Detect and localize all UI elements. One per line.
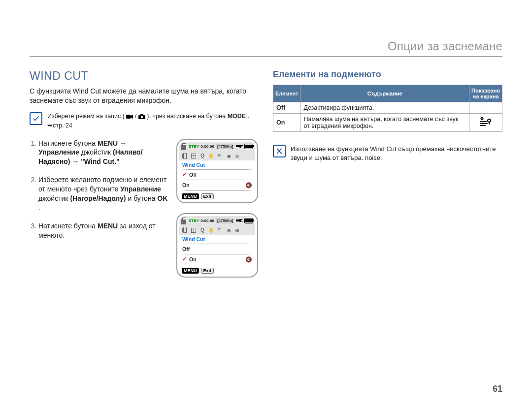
step-3: Натиснете бутона MENU за изход от менюто… — [38, 221, 168, 240]
svg-rect-5 — [185, 144, 186, 145]
anti-shake-icon — [208, 153, 214, 159]
step1-arrow2: → — [72, 157, 81, 165]
mode-note-mode-bold: MODE — [228, 113, 246, 120]
cell-off-disp: - — [469, 102, 502, 114]
grid-icon — [191, 227, 197, 233]
svg-rect-12 — [185, 218, 186, 219]
lcd-screenshot-off: STBY 0:00:00 [475Min] — [176, 139, 258, 203]
menu-button-label: MENU — [182, 193, 199, 199]
screens-col: STBY 0:00:00 [475Min] — [176, 139, 259, 287]
wind-icon — [235, 227, 241, 233]
menu-button-label: MENU — [182, 268, 199, 274]
table-row: On Намалява шума на вятъра, когато засне… — [273, 114, 502, 132]
info-note: Използване на функцията Wind Cut също пр… — [273, 145, 502, 162]
steps-list: Натиснете бутона MENU → Управление джойс… — [30, 139, 168, 240]
timecode: 0:00:00 — [200, 219, 214, 223]
svg-rect-15 — [239, 219, 241, 222]
th-element: Елемент — [273, 85, 300, 102]
svg-rect-10 — [241, 147, 243, 147]
svg-rect-14 — [236, 219, 239, 221]
lcd-on-text: On — [182, 182, 190, 188]
exit-button-label: Exit — [201, 193, 214, 199]
svg-rect-0 — [126, 115, 131, 119]
exit-button-label: Exit — [201, 268, 214, 274]
camcorder-icon — [126, 113, 133, 122]
lcd-screenshot-on: STBY 0:00:00 [475Min] — [176, 213, 258, 278]
power-plug-icon — [236, 218, 243, 224]
svg-rect-9 — [241, 145, 243, 146]
page-number: 61 — [493, 384, 502, 394]
cell-off-desc: Дезактивира функцията. — [300, 102, 469, 114]
grid-icon — [191, 153, 197, 159]
info-note-text: Използване на функцията Wind Cut също пр… — [291, 145, 502, 162]
lcd-off-text: Off — [189, 172, 197, 178]
section-title-windcut: WIND CUT — [30, 69, 259, 83]
steps-and-screens: Натиснете бутона MENU → Управление джойс… — [30, 139, 259, 287]
svg-rect-8 — [239, 145, 241, 148]
mode-note-suffix: ), чрез натискане на бутона — [147, 113, 227, 120]
cell-on-desc: Намалява шума на вятъра, когато заснемат… — [300, 114, 469, 132]
sd-card-icon — [181, 218, 187, 224]
svg-rect-4 — [184, 144, 185, 145]
lcd-top-bar: STBY 0:00:00 [475Min] — [179, 142, 255, 152]
lcd-off-text: Off — [182, 246, 190, 252]
quality-icon — [200, 153, 205, 159]
stby-label: STBY — [189, 219, 199, 223]
lcd-footer: MENU Exit — [179, 191, 255, 199]
lcd-footer: MENU Exit — [179, 266, 255, 274]
right-column: Елементи на подменюто Елемент Съдържание… — [273, 69, 502, 287]
battery-icon — [244, 218, 253, 223]
th-ondisplay-line2: на екрана — [473, 94, 499, 99]
step3-menu: MENU — [98, 222, 118, 230]
svg-rect-13 — [183, 218, 184, 219]
remaining-time: [475Min] — [216, 218, 234, 223]
th-content: Съдържание — [300, 85, 469, 102]
slash: / — [135, 113, 138, 120]
remaining-time: [475Min] — [216, 144, 234, 149]
svg-point-18 — [488, 119, 491, 122]
chapter-title: Опции за заснемане — [30, 39, 502, 57]
wind-cut-glyph-icon — [479, 122, 492, 129]
intro-text: С функцията Wind Cut можете да намалите … — [30, 87, 259, 105]
stby-label: STBY — [189, 144, 199, 149]
lines-icon — [217, 227, 223, 233]
step1-pre: Натиснете бутона — [38, 139, 98, 147]
step1-arrow1: → — [120, 139, 127, 147]
power-plug-icon — [236, 144, 243, 150]
lcd-item-on: On — [179, 181, 255, 190]
lcd-menu-label: Wind Cut — [179, 160, 255, 169]
check-icon — [30, 112, 42, 125]
mode-note-prefix: Изберете режим на запис ( — [47, 113, 125, 120]
sd-card-icon — [181, 143, 187, 150]
lcd-menu-label: Wind Cut — [179, 235, 255, 243]
step1-menu: MENU — [98, 139, 118, 147]
mode-precondition-note: Изберете режим на запис ( / ), чрез нати… — [30, 112, 259, 130]
step-2: Изберете желаното подменю и елемент от м… — [38, 175, 168, 213]
wind-cut-icon — [245, 182, 252, 188]
step1-ctrl: Управление — [38, 148, 79, 156]
step1-mid: джойстик — [81, 148, 113, 156]
face-icon — [226, 153, 232, 159]
lcd-top-bar: STBY 0:00:00 [475Min] — [179, 216, 255, 226]
svg-point-3 — [141, 116, 143, 118]
film-icon — [182, 153, 188, 159]
steps-col: Натиснете бутона MENU → Управление джойс… — [30, 139, 168, 287]
check-mark-icon — [182, 257, 187, 262]
info-icon — [273, 145, 286, 157]
timecode: 0:00:00 — [200, 144, 214, 149]
step1-windcut: "Wind Cut." — [81, 157, 119, 165]
lcd-item-on-selected: On — [179, 255, 255, 264]
cell-on-key: On — [273, 114, 300, 132]
wind-cut-icon — [245, 256, 252, 263]
svg-rect-16 — [241, 219, 243, 220]
mode-note-text: Изберете режим на запис ( / ), чрез нати… — [47, 112, 259, 130]
step2-mid2: и бутона — [128, 194, 157, 202]
th-ondisplay: Показвано на екрана — [469, 85, 502, 102]
step2-updown: (Нагоре/Надолу) — [70, 194, 126, 202]
svg-rect-11 — [184, 218, 185, 219]
svg-rect-2 — [140, 114, 143, 116]
quality-icon — [200, 227, 205, 233]
step2-post: . — [38, 204, 40, 212]
manual-page: Опции за заснемане WIND CUT С функцията … — [0, 0, 532, 407]
anti-shake-icon — [208, 227, 214, 233]
